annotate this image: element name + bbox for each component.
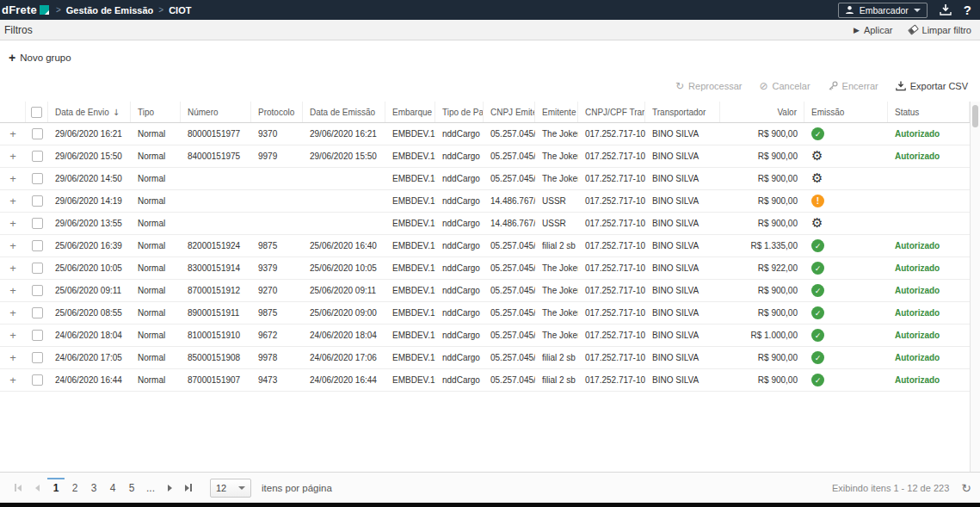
row-checkbox[interactable]: [32, 151, 43, 162]
scrollbar-thumb[interactable]: [972, 105, 978, 127]
table-row[interactable]: + 25/06/2020 08:55 Normal 89000151911 98…: [0, 302, 970, 325]
column-header-cnpj-transportador[interactable]: CNPJ/CPF Transp...: [578, 102, 645, 122]
cell-data-emissao: 29/06/2020 15:50: [303, 145, 385, 167]
column-header-tipo-pagamento[interactable]: Tipo de Paga...: [435, 102, 484, 122]
expand-row-icon[interactable]: +: [9, 374, 16, 386]
page-size-select[interactable]: 12: [210, 479, 251, 498]
expand-row-icon[interactable]: +: [9, 263, 16, 274]
play-icon: ▶: [854, 26, 860, 34]
row-checkbox[interactable]: [32, 307, 43, 318]
download-icon[interactable]: [940, 4, 952, 15]
emission-success-icon[interactable]: ✓: [811, 127, 824, 140]
cell-tipo-pagamento: nddCargo: [435, 347, 484, 368]
row-checkbox[interactable]: [32, 374, 43, 386]
select-all-checkbox[interactable]: [31, 107, 42, 118]
cell-numero: 87000151912: [181, 280, 251, 301]
table-row[interactable]: + 24/06/2020 17:05 Normal 85000151908 99…: [0, 347, 970, 369]
last-page-button[interactable]: [179, 478, 198, 498]
export-csv-button[interactable]: Exportar CSV: [896, 81, 968, 91]
expand-row-icon[interactable]: +: [9, 307, 16, 318]
new-group-button[interactable]: + Novo grupo: [9, 49, 71, 66]
column-header-tipo[interactable]: Tipo: [131, 102, 181, 122]
emission-success-icon[interactable]: ✓: [811, 329, 824, 342]
apply-filter-button[interactable]: ▶ Aplicar: [854, 25, 893, 35]
refresh-grid-icon[interactable]: ↻: [961, 482, 971, 494]
page-button-1[interactable]: 1: [47, 478, 65, 498]
emission-success-icon[interactable]: ✓: [811, 239, 824, 252]
table-row[interactable]: + 29/06/2020 14:50 Normal EMBDEV.104857 …: [0, 168, 970, 190]
eraser-icon: [908, 24, 919, 34]
column-header-embarque[interactable]: Embarque: [385, 102, 435, 122]
expand-row-icon[interactable]: +: [9, 285, 16, 296]
emission-processing-gear-icon[interactable]: ⚙: [811, 217, 823, 230]
column-header-data-emissao[interactable]: Data de Emissão: [303, 102, 385, 122]
column-header-emitente[interactable]: Emitente: [535, 102, 578, 122]
page-button-4[interactable]: 4: [104, 478, 121, 498]
close-ciot-button[interactable]: Encerrar: [828, 81, 878, 91]
row-checkbox[interactable]: [32, 263, 43, 274]
row-checkbox[interactable]: [32, 218, 43, 229]
expand-row-icon[interactable]: +: [9, 218, 16, 229]
cell-status: Autorizado: [895, 263, 940, 273]
reprocess-button[interactable]: ↻ Reprocessar: [675, 81, 742, 91]
cell-emitente: The Joker: [535, 302, 578, 324]
row-checkbox[interactable]: [32, 330, 43, 341]
table-row[interactable]: + 24/06/2020 16:44 Normal 87000151907 94…: [0, 369, 970, 392]
page-button-3[interactable]: 3: [85, 478, 102, 498]
emission-success-icon[interactable]: ✓: [811, 306, 824, 319]
expand-row-icon[interactable]: +: [9, 240, 16, 251]
emission-processing-gear-icon[interactable]: ⚙: [811, 172, 823, 185]
column-header-transportador[interactable]: Transportador: [645, 102, 720, 122]
help-icon[interactable]: ?: [964, 3, 971, 16]
table-row[interactable]: + 29/06/2020 13:55 Normal EMBDEV.104835 …: [0, 213, 970, 235]
table-row[interactable]: + 29/06/2020 15:50 Normal 84000151975 99…: [0, 145, 970, 168]
expand-row-icon[interactable]: +: [9, 173, 16, 184]
cell-tipo: Normal: [131, 213, 181, 234]
clear-filter-button[interactable]: Limpar filtro: [909, 25, 971, 35]
emission-success-icon[interactable]: ✓: [811, 351, 824, 364]
expand-row-icon[interactable]: +: [9, 128, 16, 139]
emission-success-icon[interactable]: ✓: [811, 284, 824, 297]
emission-success-icon[interactable]: ✓: [811, 374, 824, 386]
breadcrumb-ciot[interactable]: CIOT: [169, 5, 191, 15]
expand-row-icon[interactable]: +: [9, 330, 16, 341]
table-row[interactable]: + 29/06/2020 14:19 Normal EMBDEV.104855 …: [0, 190, 970, 213]
cancel-button[interactable]: ⊘ Cancelar: [759, 81, 810, 91]
table-row[interactable]: + 25/06/2020 10:05 Normal 83000151914 93…: [0, 257, 970, 280]
row-checkbox[interactable]: [32, 173, 43, 184]
column-header-emissao[interactable]: Emissão: [804, 102, 888, 122]
previous-page-button[interactable]: [28, 478, 46, 498]
next-page-button[interactable]: [160, 478, 179, 498]
breadcrumb-gestao-emissao[interactable]: Gestão de Emissão: [66, 5, 154, 15]
app-logo[interactable]: dFrete: [0, 3, 49, 16]
row-checkbox[interactable]: [32, 128, 43, 139]
page-button-2[interactable]: 2: [66, 478, 83, 498]
cell-status: Autorizado: [895, 129, 940, 139]
table-row[interactable]: + 25/06/2020 09:11 Normal 87000151912 92…: [0, 280, 970, 302]
column-header-numero[interactable]: Número: [181, 102, 251, 122]
emission-success-icon[interactable]: ✓: [811, 262, 824, 275]
row-checkbox[interactable]: [32, 240, 43, 251]
row-checkbox[interactable]: [32, 195, 43, 207]
column-header-protocolo[interactable]: Protocolo: [251, 102, 303, 122]
first-page-button[interactable]: [9, 478, 28, 498]
column-header-valor[interactable]: Valor: [720, 102, 804, 122]
vertical-scrollbar[interactable]: [970, 102, 980, 472]
expand-row-icon[interactable]: +: [9, 195, 16, 207]
cell-protocolo: [251, 213, 303, 234]
row-checkbox[interactable]: [32, 352, 43, 363]
expand-row-icon[interactable]: +: [9, 151, 16, 162]
user-menu-button[interactable]: Embarcador: [838, 3, 928, 18]
column-header-data-envio[interactable]: Data de Envio ↓: [48, 102, 131, 122]
emission-processing-gear-icon[interactable]: ⚙: [811, 150, 823, 163]
table-row[interactable]: + 29/06/2020 16:21 Normal 80000151977 93…: [0, 123, 970, 145]
column-header-status[interactable]: Status: [888, 102, 970, 122]
table-row[interactable]: + 24/06/2020 18:04 Normal 81000151910 96…: [0, 325, 970, 347]
page-button-5[interactable]: 5: [123, 478, 140, 498]
table-row[interactable]: + 25/06/2020 16:39 Normal 82000151924 98…: [0, 235, 970, 257]
emission-warning-icon[interactable]: !: [811, 195, 824, 207]
expand-row-icon[interactable]: +: [9, 352, 16, 363]
more-pages-button[interactable]: ...: [142, 478, 159, 498]
column-header-cnpj-emitente[interactable]: CNPJ Emite...: [484, 102, 535, 122]
row-checkbox[interactable]: [32, 285, 43, 296]
